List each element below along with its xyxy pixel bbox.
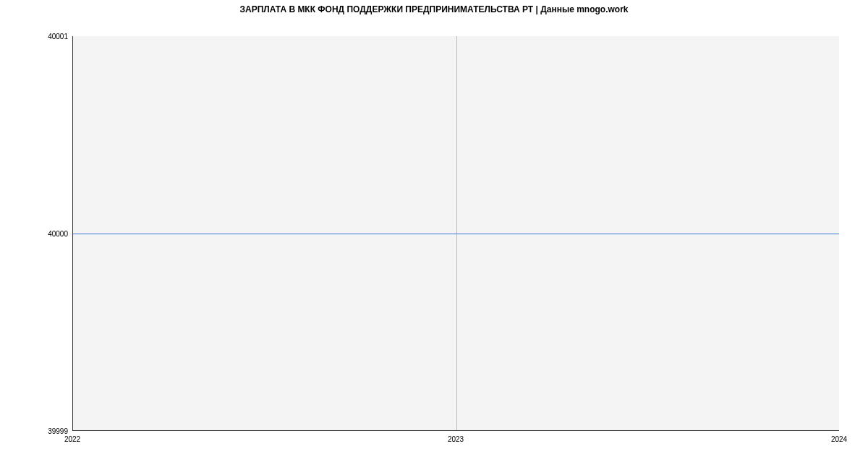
x-tick-2022: 2022 <box>64 435 80 443</box>
chart-title: ЗАРПЛАТА В МКК ФОНД ПОДДЕРЖКИ ПРЕДПРИНИМ… <box>0 4 868 14</box>
y-tick-bottom: 39999 <box>10 427 68 435</box>
data-line <box>73 234 839 234</box>
x-tick-2023: 2023 <box>448 435 464 443</box>
x-tick-2024: 2024 <box>831 435 847 443</box>
y-tick-top: 40001 <box>10 33 68 40</box>
y-tick-mid: 40000 <box>10 230 68 238</box>
plot-area <box>72 36 839 431</box>
